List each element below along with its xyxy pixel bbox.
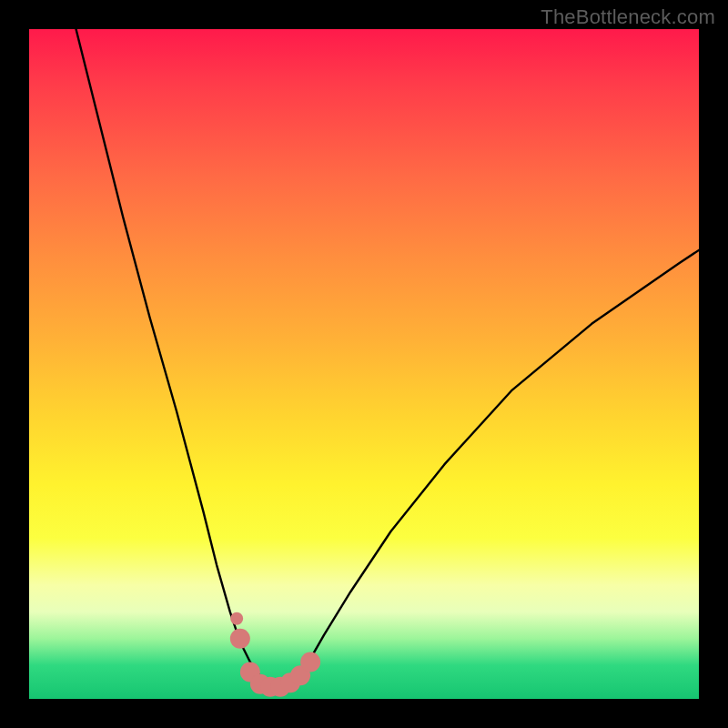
chart-frame: TheBottleneck.com [0, 0, 728, 728]
left-curve [76, 29, 278, 687]
plot-area [29, 29, 699, 699]
curve-layer [29, 29, 699, 699]
watermark-text: TheBottleneck.com [541, 5, 715, 29]
highlight-dot [230, 629, 250, 649]
right-curve [277, 250, 699, 688]
highlight-dot [300, 652, 320, 672]
highlight-dot [230, 612, 243, 625]
